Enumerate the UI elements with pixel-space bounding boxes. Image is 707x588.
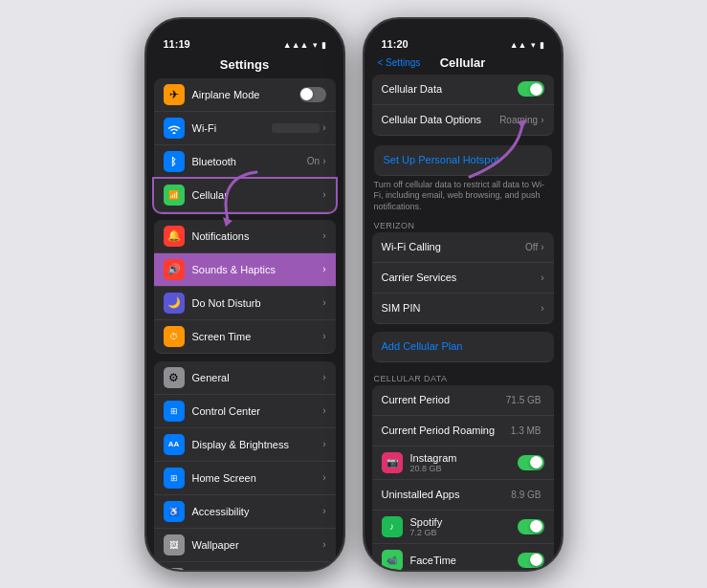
display-icon: AA <box>164 434 185 455</box>
notifications-chevron: › <box>322 230 325 241</box>
dnd-chevron: › <box>322 297 325 308</box>
instagram-toggle[interactable] <box>518 455 544 470</box>
nav-header-1: Settings <box>146 54 343 78</box>
row-facetime[interactable]: 📹 FaceTime <box>372 544 554 570</box>
verizon-label: VERIZON <box>365 217 562 232</box>
signal-icon-1: ▲▲▲ <box>283 40 309 50</box>
screentime-icon: ⏱ <box>164 326 185 347</box>
accessibility-chevron: › <box>322 506 325 516</box>
roaming-value: Roaming <box>499 115 538 125</box>
cellular-label: Cellular <box>192 189 323 201</box>
row-homescreen[interactable]: ⊞ Home Screen › <box>154 462 336 495</box>
row-accessibility[interactable]: ♿ Accessibility › <box>154 495 336 529</box>
uninstalled-value: 8.9 GB <box>511 490 541 500</box>
battery-icon-1: ▮ <box>321 40 326 50</box>
wifi-icon-2: ▾ <box>531 40 536 50</box>
sim-pin-chevron: › <box>541 303 543 314</box>
row-display[interactable]: AA Display & Brightness › <box>154 428 336 462</box>
control-label: Control Center <box>192 405 323 417</box>
row-wifi-calling[interactable]: Wi-Fi Calling Off › <box>372 232 554 263</box>
general-chevron: › <box>322 372 325 382</box>
row-airplane[interactable]: ✈ Airplane Mode <box>154 78 336 112</box>
wifi-calling-chevron: › <box>541 242 543 252</box>
data-usage-group: Current Period 71.5 GB Current Period Ro… <box>372 385 554 570</box>
homescreen-icon: ⊞ <box>164 468 185 489</box>
cellular-title: Cellular <box>440 55 486 70</box>
display-chevron: › <box>322 439 325 449</box>
airplane-toggle[interactable] <box>299 87 326 102</box>
row-cellular-data-options[interactable]: Cellular Data Options Roaming › <box>372 105 554 136</box>
uninstalled-label: Uninstalled Apps <box>382 489 512 500</box>
accessibility-icon: ♿ <box>164 501 185 522</box>
dnd-label: Do Not Disturb <box>192 297 323 309</box>
dnd-icon: 🌙 <box>164 293 185 314</box>
row-bluetooth[interactable]: ᛒ Bluetooth On › <box>154 145 336 179</box>
back-button[interactable]: < Settings <box>378 57 421 68</box>
cellular-chevron: › <box>322 189 325 200</box>
instagram-sub: 20.8 GB <box>410 464 518 473</box>
notifications-label: Notifications <box>192 230 323 242</box>
current-period-label: Current Period <box>382 394 506 405</box>
row-dnd[interactable]: 🌙 Do Not Disturb › <box>154 287 336 320</box>
carrier-chevron: › <box>541 272 543 283</box>
row-sim-pin[interactable]: SIM PIN › <box>372 294 554 324</box>
wallpaper-icon: 🖼 <box>164 534 185 555</box>
row-sounds[interactable]: 🔊 Sounds & Haptics › <box>154 253 336 287</box>
cellular-data-options-label: Cellular Data Options <box>382 114 500 125</box>
roaming-period-value: 1.3 MB <box>511 425 541 436</box>
bluetooth-icon: ᛒ <box>164 151 185 172</box>
cellular-list: Cellular Data Cellular Data Options Roam… <box>365 75 562 570</box>
phone-2: 11:20 ▲▲ ▾ ▮ < Settings Cellular Cellula… <box>363 17 563 572</box>
row-add-plan[interactable]: Add Cellular Plan <box>372 332 554 362</box>
row-cellular[interactable]: 📶 Cellular › <box>154 179 336 212</box>
siri-icon: 🔍 <box>164 568 185 570</box>
row-cellular-data[interactable]: Cellular Data <box>372 75 554 105</box>
notch-2 <box>420 19 506 40</box>
notifications-icon: 🔔 <box>164 226 185 247</box>
sounds-chevron: › <box>322 264 325 274</box>
row-screentime[interactable]: ⏱ Screen Time › <box>154 320 336 354</box>
display-label: Display & Brightness <box>192 439 323 450</box>
spotify-toggle[interactable] <box>518 519 544 534</box>
airplane-icon: ✈ <box>164 84 185 105</box>
roaming-period-label: Current Period Roaming <box>382 425 511 436</box>
time-2: 11:20 <box>382 38 409 50</box>
hotspot-label[interactable]: Set Up Personal Hotspot <box>384 154 499 165</box>
row-wifi[interactable]: Wi-Fi › <box>154 112 336 145</box>
phone-1: 11:19 ▲▲▲ ▾ ▮ Settings ✈ Airplane Mode <box>144 17 345 572</box>
instagram-label: Instagram <box>410 452 518 464</box>
row-current-period: Current Period 71.5 GB <box>372 385 554 416</box>
row-instagram[interactable]: 📷 Instagram 20.8 GB <box>372 446 554 480</box>
row-spotify[interactable]: ♪ Spotify 7.2 GB <box>372 511 554 544</box>
battery-icon-2: ▮ <box>540 40 544 50</box>
row-notifications[interactable]: 🔔 Notifications › <box>154 220 336 253</box>
homescreen-label: Home Screen <box>192 472 323 484</box>
row-hotspot[interactable]: Set Up Personal Hotspot <box>374 145 552 176</box>
row-general[interactable]: ⚙ General › <box>154 361 336 395</box>
sim-pin-label: SIM PIN <box>382 302 541 314</box>
row-siri[interactable]: 🔍 Siri & Search › <box>154 562 336 570</box>
facetime-toggle[interactable] <box>518 553 544 568</box>
cellular-data-section-label: CELLULAR DATA <box>365 370 562 385</box>
accessibility-label: Accessibility <box>192 506 323 517</box>
cellular-data-toggle[interactable] <box>518 81 544 97</box>
current-period-value: 71.5 GB <box>506 395 541 405</box>
settings-group-2: 🔔 Notifications › 🔊 Sounds & Haptics › <box>154 220 336 354</box>
row-wallpaper[interactable]: 🖼 Wallpaper › <box>154 529 336 562</box>
wifi-calling-value: Off <box>525 242 538 252</box>
row-carrier[interactable]: Carrier Services › <box>372 263 554 294</box>
settings-group-1: ✈ Airplane Mode Wi-Fi › ᛒ <box>154 78 336 212</box>
status-icons-1: ▲▲▲ ▾ ▮ <box>283 40 326 50</box>
wifi-value <box>272 123 320 133</box>
wifi-chevron: › <box>322 122 325 133</box>
wifi-label: Wi-Fi <box>192 122 273 134</box>
row-control[interactable]: ⊞ Control Center › <box>154 395 336 428</box>
row-roaming-period: Current Period Roaming 1.3 MB <box>372 416 554 446</box>
settings-list: ✈ Airplane Mode Wi-Fi › ᛒ <box>146 78 343 570</box>
hotspot-container: Set Up Personal Hotspot <box>365 143 562 176</box>
add-plan-label[interactable]: Add Cellular Plan <box>382 340 463 352</box>
time-1: 11:19 <box>164 38 190 50</box>
wifi-calling-label: Wi-Fi Calling <box>382 241 526 252</box>
spotify-info: Spotify 7.2 GB <box>410 516 518 537</box>
general-icon: ⚙ <box>164 367 185 388</box>
